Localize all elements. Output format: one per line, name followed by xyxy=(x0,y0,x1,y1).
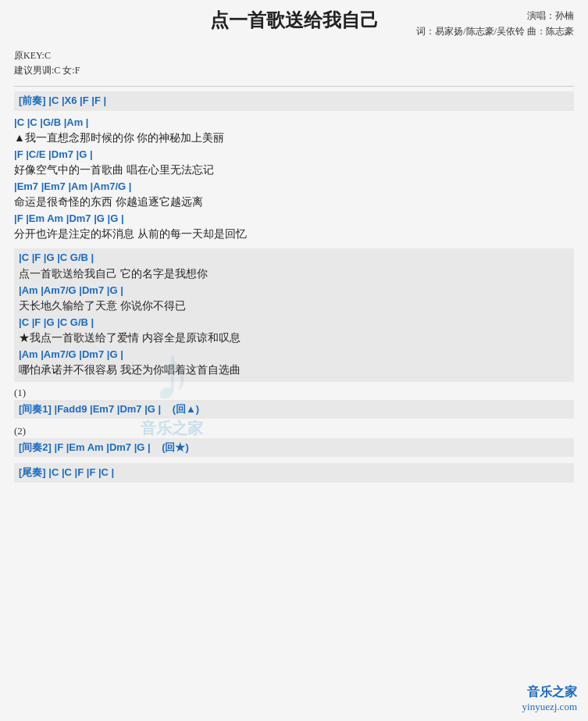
interlude1-label: [间奏1] xyxy=(19,403,52,415)
page: 原KEY:C 建议男调:C 女:F 点一首歌送给我自己 演唱：孙楠 词：易家扬/… xyxy=(0,0,588,721)
footer: 音乐之家 yinyuezj.com xyxy=(522,684,577,713)
prelude-section: [前奏] |C |X6 |F |F | xyxy=(14,91,574,110)
interlude1-repeat: (回▲) xyxy=(173,403,200,415)
interlude-num1: (1) xyxy=(14,387,574,399)
divider xyxy=(14,86,574,87)
footer-logo: 音乐之家 xyxy=(522,684,577,701)
chorus1-section: |C |F |G |C G/B | 点一首歌送给我自己 它的名字是我想你 |Am… xyxy=(14,248,574,382)
key-suggestion: 建议男调:C 女:F xyxy=(14,63,574,78)
prelude-chord-text: |C |X6 |F |F | xyxy=(48,95,106,106)
verse-chord2: |F |C/E |Dm7 |G | xyxy=(14,148,574,162)
interlude2-chords: |F |Em Am |Dm7 |G | xyxy=(55,441,151,453)
outro-chords: |C |C |F |F |C | xyxy=(48,466,114,478)
interlude2-label: [间奏2] xyxy=(19,441,52,453)
verse-lyric2: 好像空气中的一首歌曲 唱在心里无法忘记 xyxy=(14,162,574,178)
key-original: 原KEY:C xyxy=(14,48,574,63)
prelude-chords: [前奏] |C |X6 |F |F | xyxy=(19,94,569,108)
interlude1-line: [间奏1] |Fadd9 |Em7 |Dm7 |G | (回▲) xyxy=(14,400,574,419)
song-title: 点一首歌送给我自己 xyxy=(210,8,379,33)
verse-chord1: |C |C |G/B |Am | xyxy=(14,116,574,130)
outro-label: [尾奏] xyxy=(19,466,46,478)
chorus1-chord2: |Am |Am7/G |Dm7 |G | xyxy=(19,284,569,298)
chorus1-lyric4: 哪怕承诺并不很容易 我还为你唱着这首自选曲 xyxy=(19,362,569,378)
verse-chord3: |Em7 |Em7 |Am |Am7/G | xyxy=(14,180,574,194)
prelude-label: [前奏] xyxy=(19,95,46,106)
chorus1-chord3: |C |F |G |C G/B | xyxy=(19,316,569,330)
header: 原KEY:C 建议男调:C 女:F 点一首歌送给我自己 演唱：孙楠 词：易家扬/… xyxy=(14,8,574,78)
chorus1-chord1: |C |F |G |C G/B | xyxy=(19,251,569,265)
footer-url: yinyuezj.com xyxy=(522,701,577,713)
interlude-num2: (2) xyxy=(14,425,574,437)
interlude2-section: (2) [间奏2] |F |Em Am |Dm7 |G | (回★) xyxy=(14,425,574,457)
chorus1-lyric3: ★我点一首歌送给了爱情 内容全是原谅和叹息 xyxy=(19,330,569,346)
verse-section: |C |C |G/B |Am | ▲我一直想念那时候的你 你的神秘加上美丽 |F… xyxy=(14,116,574,243)
lyrics-label: 词：易家扬/陈志豪/吴依铃 曲：陈志豪 xyxy=(416,23,574,39)
verse-chord4: |F |Em Am |Dm7 |G |G | xyxy=(14,212,574,226)
outro-line: [尾奏] |C |C |F |F |C | xyxy=(14,463,574,482)
header-left: 原KEY:C 建议男调:C 女:F xyxy=(14,48,574,78)
header-right: 演唱：孙楠 词：易家扬/陈志豪/吴依铃 曲：陈志豪 xyxy=(416,8,574,40)
interlude2-repeat: (回★) xyxy=(162,441,189,453)
interlude-section: (1) [间奏1] |Fadd9 |Em7 |Dm7 |G | (回▲) xyxy=(14,387,574,419)
verse-lyric4: 分开也许是注定的坏消息 从前的每一天却是回忆 xyxy=(14,226,574,242)
verse-lyric1: ▲我一直想念那时候的你 你的神秘加上美丽 xyxy=(14,130,574,146)
verse-lyric3: 命运是很奇怪的东西 你越追逐它越远离 xyxy=(14,194,574,210)
chorus1-chord4: |Am |Am7/G |Dm7 |G | xyxy=(19,348,569,362)
chorus1-lyric2: 天长地久输给了天意 你说你不得已 xyxy=(19,298,569,314)
singer-label: 演唱：孙楠 xyxy=(416,8,574,23)
interlude2-line: [间奏2] |F |Em Am |Dm7 |G | (回★) xyxy=(14,438,574,457)
chorus1-lyric1: 点一首歌送给我自己 它的名字是我想你 xyxy=(19,266,569,282)
interlude1-chords: |Fadd9 |Em7 |Dm7 |G | xyxy=(55,403,162,415)
outro-section: [尾奏] |C |C |F |F |C | xyxy=(14,463,574,482)
